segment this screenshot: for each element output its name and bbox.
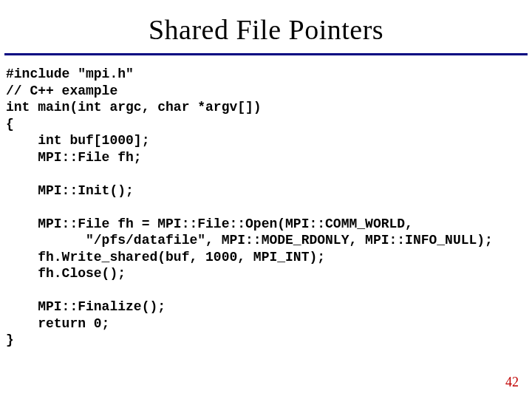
slide: Shared File Pointers #include "mpi.h" //…: [0, 0, 532, 399]
slide-title: Shared File Pointers: [0, 0, 532, 53]
code-block: #include "mpi.h" // C++ example int main…: [0, 55, 532, 349]
page-number: 42: [505, 375, 519, 390]
